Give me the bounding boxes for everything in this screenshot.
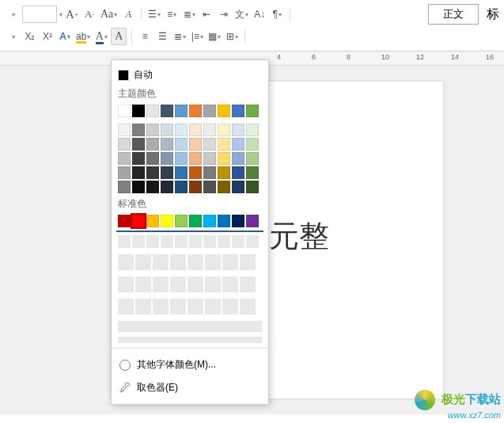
recent-color-slot[interactable]	[222, 254, 238, 270]
recent-color-slot[interactable]	[170, 276, 186, 292]
color-swatch[interactable]	[203, 138, 216, 151]
numbering-button[interactable]: ≡▾	[164, 6, 180, 23]
standard-color-swatch[interactable]	[146, 215, 159, 227]
recent-color-slot[interactable]	[118, 235, 131, 248]
standard-color-swatch[interactable]	[161, 215, 173, 227]
color-swatch[interactable]	[146, 152, 159, 165]
color-swatch[interactable]	[161, 181, 173, 193]
shading-button[interactable]: ▦▾	[207, 28, 222, 45]
color-swatch[interactable]	[175, 181, 188, 193]
color-swatch[interactable]	[132, 124, 145, 136]
recent-color-slot[interactable]	[218, 235, 230, 248]
text-effects-button[interactable]: A▾	[57, 28, 73, 45]
eyedropper-action[interactable]: 取色器(E)	[116, 376, 263, 399]
decrease-indent-button[interactable]: ⇤	[199, 6, 214, 23]
color-swatch[interactable]	[232, 105, 244, 117]
color-swatch[interactable]	[189, 105, 202, 117]
color-swatch[interactable]	[146, 166, 159, 179]
font-color-button[interactable]: A▾	[93, 28, 109, 45]
text-direction-button[interactable]: 文▾	[233, 6, 250, 23]
bullets-button[interactable]: ☰▾	[146, 6, 162, 23]
superscript-button[interactable]: X²	[40, 28, 55, 45]
recent-color-slot[interactable]	[146, 235, 159, 248]
color-swatch[interactable]	[161, 124, 173, 136]
color-swatch[interactable]	[161, 105, 173, 117]
recent-color-slot[interactable]	[205, 276, 221, 292]
align-left-button[interactable]: ≡	[137, 28, 153, 45]
align-center-button[interactable]: ☰	[154, 28, 170, 45]
color-swatch[interactable]	[161, 152, 173, 165]
color-swatch[interactable]	[118, 124, 131, 136]
color-swatch[interactable]	[146, 105, 159, 117]
color-swatch[interactable]	[203, 105, 216, 117]
standard-color-swatch[interactable]	[118, 215, 131, 227]
color-swatch[interactable]	[246, 181, 259, 193]
recent-color-slot[interactable]	[222, 299, 238, 314]
recent-color-slot[interactable]	[153, 276, 169, 292]
recent-color-slot[interactable]	[175, 235, 188, 248]
color-swatch[interactable]	[161, 166, 173, 179]
recent-color-slot[interactable]	[240, 254, 256, 270]
color-swatch[interactable]	[203, 166, 216, 179]
change-case-button[interactable]: Aa▾	[99, 6, 119, 23]
color-swatch[interactable]	[175, 166, 188, 179]
standard-color-swatch[interactable]	[189, 215, 202, 227]
color-swatch[interactable]	[132, 152, 145, 165]
color-swatch[interactable]	[246, 124, 259, 136]
subscript-button[interactable]: X₂	[22, 28, 38, 45]
color-swatch[interactable]	[132, 138, 145, 151]
gradient-bar-2[interactable]	[118, 337, 262, 343]
color-swatch[interactable]	[218, 181, 230, 193]
color-swatch[interactable]	[203, 124, 216, 136]
align-distribute-button[interactable]: ≣▾	[172, 28, 188, 45]
recent-color-slot[interactable]	[189, 235, 202, 248]
color-swatch[interactable]	[218, 166, 230, 179]
color-swatch[interactable]	[175, 138, 188, 151]
color-swatch[interactable]	[146, 138, 159, 151]
auto-color-row[interactable]: 自动	[116, 65, 263, 85]
color-swatch[interactable]	[232, 138, 244, 151]
recent-color-slot[interactable]	[240, 299, 256, 314]
color-swatch[interactable]	[146, 124, 159, 136]
color-swatch[interactable]	[246, 166, 259, 179]
color-swatch[interactable]	[189, 152, 202, 165]
color-swatch[interactable]	[218, 138, 230, 151]
recent-color-slot[interactable]	[170, 254, 186, 270]
paste-button[interactable]: ▾	[5, 28, 21, 45]
style-normal[interactable]: 正文	[428, 4, 479, 25]
color-swatch[interactable]	[232, 181, 244, 193]
color-swatch[interactable]	[118, 181, 131, 193]
standard-color-swatch[interactable]	[203, 215, 216, 227]
color-swatch[interactable]	[232, 166, 244, 179]
increase-indent-button[interactable]: ⇥	[216, 6, 232, 23]
color-swatch[interactable]	[232, 152, 244, 165]
recent-color-slot[interactable]	[135, 299, 151, 314]
standard-color-swatch[interactable]	[232, 215, 244, 227]
color-swatch[interactable]	[118, 105, 131, 117]
color-swatch[interactable]	[189, 181, 202, 193]
recent-color-slot[interactable]	[118, 276, 134, 292]
recent-color-slot[interactable]	[205, 254, 221, 270]
standard-color-swatch[interactable]	[218, 215, 230, 227]
color-swatch[interactable]	[132, 166, 145, 179]
color-swatch[interactable]	[118, 138, 131, 151]
recent-color-slot[interactable]	[205, 299, 221, 314]
color-swatch[interactable]	[203, 181, 216, 193]
color-swatch[interactable]	[175, 152, 188, 165]
color-swatch[interactable]	[218, 124, 230, 136]
recent-color-slot[interactable]	[222, 276, 238, 292]
font-size-box[interactable]	[22, 6, 57, 23]
color-swatch[interactable]	[146, 181, 159, 193]
paragraph-mark-button[interactable]: ¶▾	[269, 6, 285, 23]
recent-color-slot[interactable]	[153, 299, 169, 314]
color-swatch[interactable]	[246, 105, 259, 117]
line-spacing-button[interactable]: |≡▾	[189, 28, 205, 45]
standard-color-swatch[interactable]	[175, 215, 188, 227]
font-size-caret[interactable]: ▾	[59, 11, 63, 18]
recent-color-slot[interactable]	[170, 299, 186, 314]
recent-color-slot[interactable]	[118, 299, 134, 314]
recent-color-slot[interactable]	[161, 235, 173, 248]
color-swatch[interactable]	[175, 105, 188, 117]
standard-color-swatch[interactable]	[246, 215, 259, 227]
color-swatch[interactable]	[218, 152, 230, 165]
